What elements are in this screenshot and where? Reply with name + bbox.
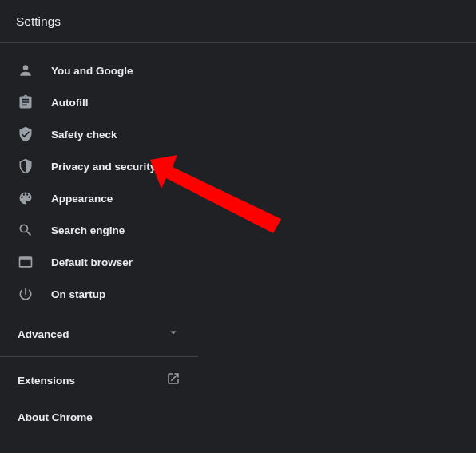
sidebar-item-label: Privacy and security [51, 161, 156, 173]
advanced-label: Advanced [18, 328, 69, 340]
sidebar-item-label: Safety check [51, 129, 117, 141]
chevron-down-icon [166, 325, 180, 343]
search-icon [18, 222, 34, 238]
settings-header: Settings [0, 0, 476, 43]
sidebar-item-label: Default browser [51, 256, 133, 268]
sidebar-divider [0, 356, 198, 357]
sidebar-item-extensions[interactable]: Extensions [0, 362, 198, 399]
sidebar-item-you-and-google[interactable]: You and Google [0, 54, 198, 86]
sidebar-item-advanced[interactable]: Advanced [0, 315, 198, 353]
sidebar-item-privacy-security[interactable]: Privacy and security [0, 150, 198, 182]
sidebar-item-search-engine[interactable]: Search engine [0, 214, 198, 246]
about-chrome-label: About Chrome [18, 411, 93, 423]
person-icon [18, 62, 34, 78]
clipboard-icon [18, 94, 34, 110]
sidebar-item-label: You and Google [51, 65, 133, 77]
browser-window-icon [18, 254, 34, 270]
sidebar-item-safety-check[interactable]: Safety check [0, 118, 198, 150]
sidebar-item-appearance[interactable]: Appearance [0, 182, 198, 214]
settings-sidebar: You and Google Autofill Safety check Pri… [0, 43, 198, 435]
palette-icon [18, 190, 34, 206]
shield-icon [18, 158, 34, 174]
page-title: Settings [16, 14, 61, 29]
sidebar-item-label: Search engine [51, 225, 125, 236]
sidebar-item-label: On startup [51, 288, 105, 300]
sidebar-item-on-startup[interactable]: On startup [0, 278, 198, 310]
extensions-label: Extensions [18, 375, 75, 387]
sidebar-item-about-chrome[interactable]: About Chrome [0, 399, 198, 435]
sidebar-item-label: Autofill [51, 97, 89, 109]
shield-check-icon [18, 126, 34, 142]
open-in-new-icon [166, 372, 180, 389]
sidebar-item-label: Appearance [51, 193, 113, 205]
sidebar-item-autofill[interactable]: Autofill [0, 86, 198, 118]
power-icon [18, 286, 34, 302]
sidebar-item-default-browser[interactable]: Default browser [0, 246, 198, 278]
